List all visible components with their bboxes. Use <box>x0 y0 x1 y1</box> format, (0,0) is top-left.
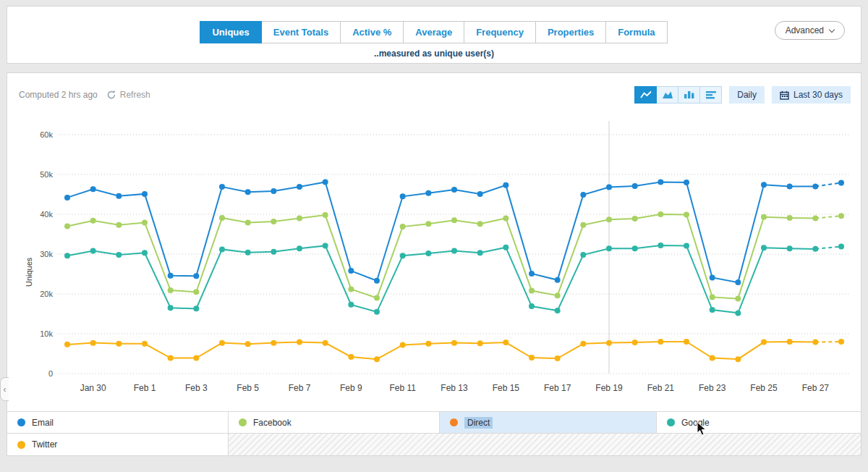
line-chart-icon <box>640 90 652 99</box>
tab-frequency[interactable]: Frequency <box>464 21 536 43</box>
svg-text:Feb 23: Feb 23 <box>699 383 726 393</box>
refresh-icon <box>106 90 116 100</box>
advanced-button-label: Advanced <box>786 25 824 35</box>
svg-text:Jan 30: Jan 30 <box>80 383 106 393</box>
legend-row: Twitter <box>7 434 861 455</box>
svg-text:10k: 10k <box>40 329 53 338</box>
legend-item-email[interactable]: Email <box>7 412 229 433</box>
mouse-cursor <box>697 421 708 437</box>
chart-type-switcher <box>635 86 722 104</box>
svg-text:60k: 60k <box>40 130 53 139</box>
tab-uniques[interactable]: Uniques <box>200 21 261 43</box>
line-chart[interactable]: 010k20k30k40k50k60kJan 30Feb 1Feb 3Feb 5… <box>13 115 856 403</box>
direct-series-dot <box>450 418 458 426</box>
legend-item-label: Email <box>32 418 54 428</box>
legend-item-label: Direct <box>464 417 493 429</box>
svg-text:40k: 40k <box>40 210 53 219</box>
svg-text:Feb 27: Feb 27 <box>802 383 830 393</box>
svg-text:Feb 3: Feb 3 <box>185 383 208 393</box>
svg-text:Feb 21: Feb 21 <box>647 383 675 393</box>
svg-text:Feb 25: Feb 25 <box>750 383 778 393</box>
svg-text:30k: 30k <box>40 250 53 258</box>
svg-text:Feb 11: Feb 11 <box>389 383 416 393</box>
granularity-label: Daily <box>737 90 757 100</box>
svg-text:Feb 19: Feb 19 <box>595 383 623 393</box>
chart-panel: Computed 2 hrs ago Refresh <box>7 72 861 456</box>
svg-text:20k: 20k <box>40 290 53 298</box>
svg-text:Feb 15: Feb 15 <box>493 383 520 393</box>
svg-text:Feb 7: Feb 7 <box>289 383 311 393</box>
tab-average[interactable]: Average <box>403 21 464 43</box>
svg-text:Feb 5: Feb 5 <box>237 383 259 393</box>
legend-item-twitter[interactable]: Twitter <box>7 434 229 455</box>
area-chart-icon <box>662 90 673 99</box>
legend-item-facebook[interactable]: Facebook <box>229 412 440 433</box>
area-chart-icon-button[interactable] <box>656 86 678 104</box>
refresh-button[interactable]: Refresh <box>106 90 150 100</box>
google-series-dot <box>667 418 675 426</box>
svg-text:Feb 13: Feb 13 <box>441 383 468 393</box>
metric-tabs: Uniques Event Totals Active % Average Fr… <box>7 21 861 43</box>
chart-header: Computed 2 hrs ago Refresh <box>19 86 851 104</box>
date-range-label: Last 30 days <box>793 90 843 100</box>
horizontal-bar-chart-icon <box>705 90 717 99</box>
legend-row: Email Facebook Direct Google <box>7 412 861 434</box>
refresh-label: Refresh <box>120 90 150 100</box>
legend-item-label: Facebook <box>253 418 292 428</box>
facebook-series-dot <box>239 418 247 426</box>
tab-properties[interactable]: Properties <box>535 21 606 43</box>
legend-item-direct[interactable]: Direct <box>440 412 657 433</box>
bar-chart-icon <box>684 90 695 99</box>
tab-active-percent[interactable]: Active % <box>340 21 404 43</box>
computed-timestamp: Computed 2 hrs ago <box>19 90 98 100</box>
svg-text:Feb 17: Feb 17 <box>544 383 571 393</box>
calendar-icon <box>780 90 789 100</box>
date-range-button[interactable]: Last 30 days <box>772 86 851 104</box>
granularity-button[interactable]: Daily <box>729 86 765 104</box>
metric-selector-panel: Uniques Event Totals Active % Average Fr… <box>7 6 861 64</box>
horizontal-bar-chart-icon-button[interactable] <box>699 86 722 104</box>
legend-empty-area <box>229 434 861 455</box>
metric-subtitle: ..measured as unique user(s) <box>7 49 861 59</box>
svg-text:Feb 9: Feb 9 <box>340 383 362 393</box>
legend-item-label: Twitter <box>32 439 57 450</box>
svg-text:Feb 1: Feb 1 <box>134 383 156 393</box>
advanced-button[interactable]: Advanced <box>775 21 845 40</box>
tab-event-totals[interactable]: Event Totals <box>261 21 341 43</box>
chevron-down-icon <box>829 26 835 32</box>
line-chart-icon-button[interactable] <box>634 86 657 104</box>
svg-text:0: 0 <box>48 369 53 378</box>
twitter-series-dot <box>17 441 25 449</box>
legend-item-google[interactable]: Google <box>657 412 861 433</box>
collapse-panel-button[interactable]: ‹ <box>0 377 9 401</box>
bar-chart-icon-button[interactable] <box>678 86 700 104</box>
email-series-dot <box>17 418 25 426</box>
chart-legend: Email Facebook Direct Google Twitter <box>7 411 861 455</box>
svg-text:50k: 50k <box>40 170 53 179</box>
tab-formula[interactable]: Formula <box>605 21 667 43</box>
